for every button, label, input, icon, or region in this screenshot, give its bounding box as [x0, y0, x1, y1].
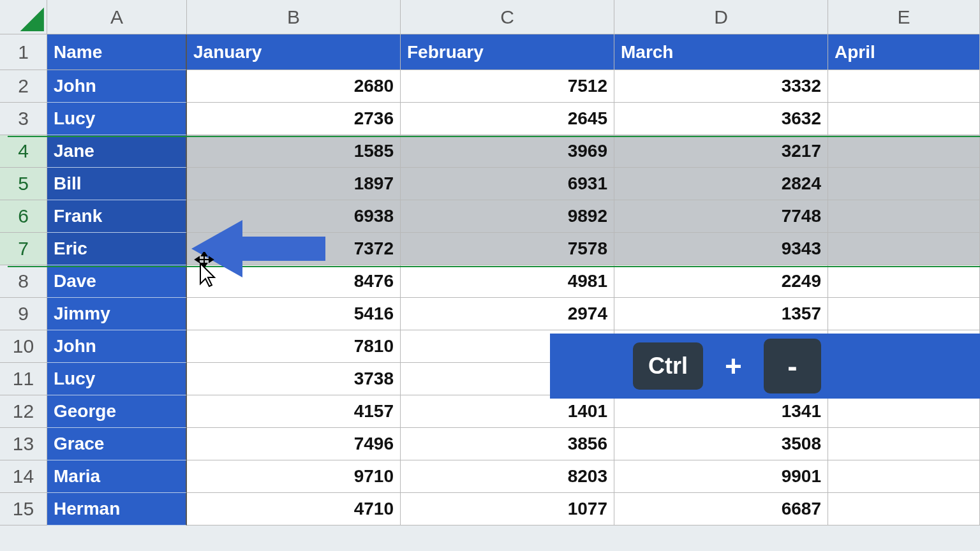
cell-value[interactable]: 9901 [614, 460, 828, 493]
cell-name[interactable]: John [47, 330, 187, 363]
cell-value[interactable]: 6687 [614, 493, 828, 525]
cell-value[interactable]: 2249 [614, 265, 828, 298]
select-all-corner[interactable] [0, 0, 47, 34]
cell-value[interactable] [828, 460, 980, 493]
cell-name[interactable]: Eric [47, 233, 187, 265]
cell-value[interactable]: 3332 [614, 70, 828, 103]
data-row: 7 Eric 7372 7578 9343 [0, 233, 980, 265]
row-header[interactable]: 13 [0, 428, 47, 460]
spreadsheet-grid[interactable]: A B C D E 1 Name January February March … [0, 0, 980, 525]
cell-name[interactable]: Frank [47, 200, 187, 233]
cell-name[interactable]: John [47, 70, 187, 103]
cell-value[interactable] [828, 493, 980, 525]
cell-name[interactable]: Maria [47, 460, 187, 493]
cell-value[interactable]: 6938 [187, 200, 401, 233]
row-header[interactable]: 15 [0, 493, 47, 525]
data-row: 15 Herman 4710 1077 6687 [0, 493, 980, 525]
key-ctrl: Ctrl [633, 342, 703, 390]
cell-value[interactable]: 3856 [401, 428, 614, 460]
cell-value[interactable]: 1341 [614, 395, 828, 428]
cell-value[interactable] [828, 298, 980, 330]
row-header[interactable]: 1 [0, 34, 47, 70]
cell-value[interactable]: 1897 [187, 168, 401, 200]
row-header[interactable]: 8 [0, 265, 47, 298]
data-row: 8 Dave 8476 4981 2249 [0, 265, 980, 298]
cell-value[interactable]: 2974 [401, 298, 614, 330]
col-header-B[interactable]: B [187, 0, 401, 34]
cell-name[interactable]: George [47, 395, 187, 428]
cell-value[interactable]: 2824 [614, 168, 828, 200]
cell-value[interactable]: 5416 [187, 298, 401, 330]
cell-value[interactable]: 4981 [401, 265, 614, 298]
cell-value[interactable] [828, 103, 980, 135]
cell-name[interactable]: Jane [47, 135, 187, 168]
plus-icon: + [725, 349, 742, 383]
cell-value[interactable]: 3632 [614, 103, 828, 135]
cell-value[interactable]: 3508 [614, 428, 828, 460]
cell-value[interactable] [828, 70, 980, 103]
cell-value[interactable]: 2645 [401, 103, 614, 135]
cell-value[interactable]: 7512 [401, 70, 614, 103]
cell-value[interactable]: 1357 [614, 298, 828, 330]
row-header[interactable]: 2 [0, 70, 47, 103]
row-header[interactable]: 11 [0, 363, 47, 395]
row-header[interactable]: 14 [0, 460, 47, 493]
cell-value[interactable]: 1585 [187, 135, 401, 168]
cell-value[interactable]: 8203 [401, 460, 614, 493]
cell-value[interactable]: 7496 [187, 428, 401, 460]
cell-value[interactable]: 4157 [187, 395, 401, 428]
cell-april-header[interactable]: April [828, 34, 980, 70]
row-header[interactable]: 10 [0, 330, 47, 363]
col-header-E[interactable]: E [828, 0, 980, 34]
cell-value[interactable]: 9343 [614, 233, 828, 265]
row-header[interactable]: 5 [0, 168, 47, 200]
cell-value[interactable]: 7748 [614, 200, 828, 233]
cell-value[interactable] [828, 265, 980, 298]
cell-value[interactable]: 7372 [187, 233, 401, 265]
cell-name[interactable]: Dave [47, 265, 187, 298]
cell-value[interactable]: 7578 [401, 233, 614, 265]
cell-value[interactable]: 3738 [187, 363, 401, 395]
row-header[interactable]: 6 [0, 200, 47, 233]
col-header-D[interactable]: D [614, 0, 828, 34]
cell-value[interactable] [828, 395, 980, 428]
cell-january-header[interactable]: January [187, 34, 401, 70]
key-minus: - [764, 339, 821, 393]
cell-value[interactable]: 7810 [187, 330, 401, 363]
cell-value[interactable]: 3969 [401, 135, 614, 168]
cell-value[interactable]: 8476 [187, 265, 401, 298]
cell-name[interactable]: Lucy [47, 363, 187, 395]
cell-value[interactable]: 9710 [187, 460, 401, 493]
data-row: 1 Name January February March April [0, 34, 980, 70]
data-row: 13 Grace 7496 3856 3508 [0, 428, 980, 460]
cell-value[interactable]: 2736 [187, 103, 401, 135]
cell-march-header[interactable]: March [614, 34, 828, 70]
cell-name-header[interactable]: Name [47, 34, 187, 70]
col-header-A[interactable]: A [47, 0, 187, 34]
cell-value[interactable]: 9892 [401, 200, 614, 233]
cell-name[interactable]: Jimmy [47, 298, 187, 330]
row-header[interactable]: 4 [0, 135, 47, 168]
cell-value[interactable]: 1401 [401, 395, 614, 428]
col-header-C[interactable]: C [401, 0, 614, 34]
cell-february-header[interactable]: February [401, 34, 614, 70]
cell-value[interactable]: 6931 [401, 168, 614, 200]
cell-value[interactable]: 1077 [401, 493, 614, 525]
cell-value[interactable] [828, 233, 980, 265]
cell-value[interactable] [828, 200, 980, 233]
cell-name[interactable]: Herman [47, 493, 187, 525]
selection-border-top [8, 136, 980, 137]
cell-name[interactable]: Lucy [47, 103, 187, 135]
cell-name[interactable]: Bill [47, 168, 187, 200]
cell-name[interactable]: Grace [47, 428, 187, 460]
cell-value[interactable]: 4710 [187, 493, 401, 525]
cell-value[interactable] [828, 135, 980, 168]
cell-value[interactable]: 3217 [614, 135, 828, 168]
row-header[interactable]: 7 [0, 233, 47, 265]
row-header[interactable]: 12 [0, 395, 47, 428]
cell-value[interactable] [828, 168, 980, 200]
cell-value[interactable] [828, 428, 980, 460]
row-header[interactable]: 3 [0, 103, 47, 135]
row-header[interactable]: 9 [0, 298, 47, 330]
cell-value[interactable]: 2680 [187, 70, 401, 103]
